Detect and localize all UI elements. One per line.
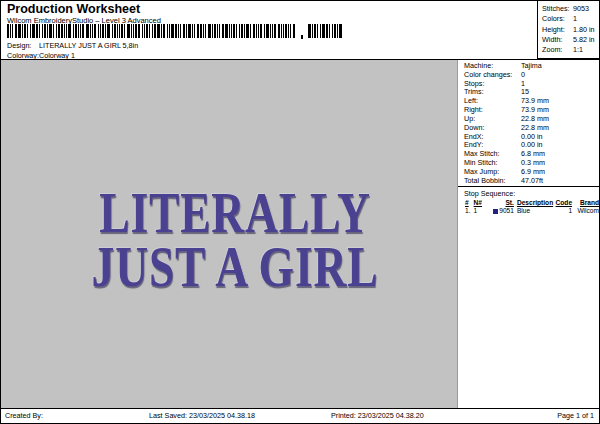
page-title: Production Worksheet bbox=[7, 2, 140, 16]
summary-label: Stitches: bbox=[542, 4, 573, 14]
summary-value: 9053 bbox=[573, 4, 589, 13]
summary-row: Width:5.82 in bbox=[542, 35, 599, 45]
design-summary-box: Stitches:9053 Colors:1 Height:1.80 in Wi… bbox=[537, 1, 599, 59]
last-saved-text: Last Saved: 23/03/2025 04.38.18 bbox=[149, 411, 255, 420]
machine-info-value: 6.8 mm bbox=[521, 149, 545, 158]
stop-sequence-title: Stop Sequence: bbox=[464, 189, 599, 198]
machine-info-value: 1 bbox=[521, 79, 525, 88]
printed-text: Printed: 23/03/2025 04.38.20 bbox=[331, 411, 424, 420]
design-value: LITERALLY JUST A GIRL 5,8in bbox=[39, 41, 138, 50]
machine-info-value: 6.9 mm bbox=[521, 167, 545, 176]
design-label: Design: bbox=[7, 41, 39, 50]
machine-info-row: Total Bobbin:47.07ft bbox=[464, 177, 599, 186]
stop-number: 1. bbox=[465, 207, 474, 215]
stop-sequence-row: 1. 1 9051 Blue 1 Wilcom bbox=[465, 207, 599, 215]
embroidery-text: LITERALLY JUST A GIRL bbox=[1, 186, 457, 294]
column-header-needle: N# bbox=[474, 199, 486, 207]
stop-sequence-header-row: # N# St. Description Code Brand bbox=[465, 199, 599, 207]
design-name-row: Design:LITERALLY JUST A GIRL 5,8in bbox=[7, 41, 138, 50]
summary-label: Height: bbox=[542, 25, 573, 35]
machine-info-value: Tajima bbox=[521, 61, 542, 70]
thread-code: 1 bbox=[555, 207, 572, 215]
column-header-stitches: St. bbox=[485, 199, 514, 207]
footer-divider bbox=[1, 408, 599, 409]
machine-info-value: 47.07ft bbox=[521, 176, 543, 185]
stop-stitch-count: 9051 bbox=[499, 207, 514, 214]
thread-color-swatch bbox=[493, 209, 498, 214]
machine-info-value: 0 bbox=[521, 70, 525, 79]
page-number: Page 1 of 1 bbox=[557, 411, 594, 420]
stop-needle: 1 bbox=[474, 207, 486, 215]
summary-label: Width: bbox=[542, 35, 573, 45]
summary-value: 1 bbox=[573, 14, 577, 23]
thread-brand: Wilcom bbox=[572, 207, 599, 215]
summary-value: 5.82 in bbox=[573, 35, 595, 44]
machine-info-panel: Machine:Tajima Color changes:0 Stops:1 T… bbox=[458, 60, 599, 185]
machine-info-value: 0.3 mm bbox=[521, 158, 545, 167]
embroidery-text-line2: JUST A GIRL bbox=[57, 240, 412, 294]
machine-info-value: 22.8 mm bbox=[521, 123, 549, 132]
summary-label: Colors: bbox=[542, 14, 573, 24]
column-header-description: Description bbox=[514, 199, 555, 207]
production-worksheet-page: Production Worksheet Wilcom EmbroiderySt… bbox=[0, 0, 600, 424]
created-by-label: Created By: bbox=[5, 411, 43, 420]
machine-info-value: 73.9 mm bbox=[521, 105, 549, 114]
design-preview-area: LITERALLY JUST A GIRL bbox=[1, 60, 458, 408]
machine-info-value: 0.00 in bbox=[521, 132, 543, 141]
stop-sequence-table: # N# St. Description Code Brand 1. 1 905… bbox=[465, 199, 599, 215]
summary-row: Stitches:9053 bbox=[542, 4, 599, 14]
barcode-icon bbox=[7, 24, 347, 39]
thread-description: Blue bbox=[514, 207, 555, 215]
details-panel: Machine:Tajima Color changes:0 Stops:1 T… bbox=[458, 60, 599, 408]
machine-info-row: Stops:1 bbox=[464, 80, 599, 89]
summary-label: Zoom: bbox=[542, 45, 573, 55]
summary-row: Zoom:1:1 bbox=[542, 45, 599, 55]
embroidery-text-line1: LITERALLY bbox=[57, 186, 412, 240]
stop-sequence-section: Stop Sequence: # N# St. Description Code… bbox=[458, 186, 599, 215]
column-header-brand: Brand bbox=[572, 199, 599, 207]
column-header-number: # bbox=[465, 199, 474, 207]
summary-value: 1:1 bbox=[573, 45, 583, 54]
summary-row: Colors:1 bbox=[542, 14, 599, 24]
machine-info-value: 22.8 mm bbox=[521, 114, 549, 123]
machine-info-row: Color changes:0 bbox=[464, 71, 599, 80]
machine-info-label: Total Bobbin: bbox=[464, 177, 521, 186]
machine-info-value: 0.00 in bbox=[521, 140, 543, 149]
column-header-code: Code bbox=[555, 199, 572, 207]
machine-info-value: 15 bbox=[521, 87, 529, 96]
summary-row: Height:1.80 in bbox=[542, 25, 599, 35]
summary-value: 1.80 in bbox=[573, 25, 595, 34]
stop-stitches: 9051 bbox=[485, 207, 514, 215]
machine-info-value: 73.9 mm bbox=[521, 96, 549, 105]
